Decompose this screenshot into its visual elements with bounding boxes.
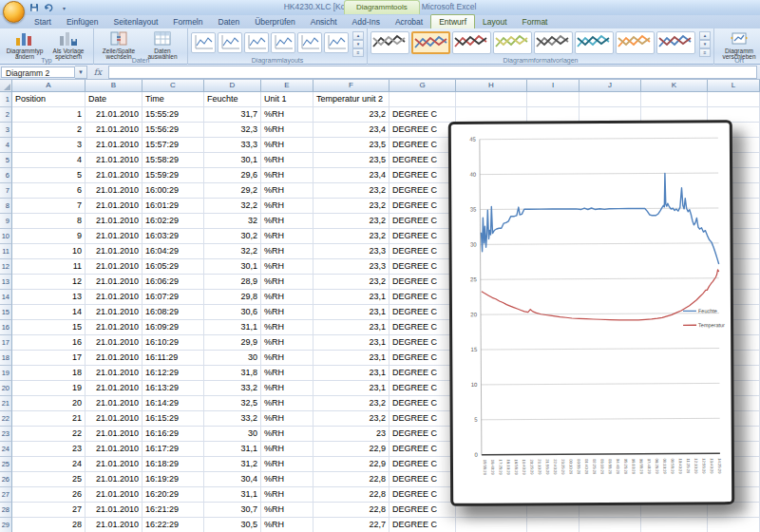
- cell[interactable]: 32,2: [204, 199, 261, 214]
- cell[interactable]: %RH: [261, 472, 314, 487]
- namebox-dropdown-icon[interactable]: ▼: [75, 66, 87, 79]
- cell[interactable]: 31,1: [204, 320, 261, 335]
- row-header-21[interactable]: 21: [0, 396, 12, 411]
- cell[interactable]: 32,5: [204, 396, 261, 411]
- cell[interactable]: 30: [204, 427, 261, 442]
- cell[interactable]: 29,9: [204, 335, 261, 351]
- cell[interactable]: 18: [12, 366, 86, 381]
- column-header-L[interactable]: L: [708, 80, 760, 92]
- tab-format[interactable]: Format: [515, 15, 556, 28]
- column-header-A[interactable]: A: [12, 80, 86, 92]
- row-header-10[interactable]: 10: [0, 229, 12, 244]
- formula-input[interactable]: [108, 66, 757, 79]
- chart-style-thumbnail[interactable]: [616, 31, 655, 54]
- row-header-13[interactable]: 13: [0, 275, 12, 290]
- cell[interactable]: DEGREE C: [390, 153, 456, 168]
- button-diagrammtyp-ändern[interactable]: Diagrammtyp ändern: [3, 29, 47, 55]
- cell[interactable]: 29,6: [204, 168, 261, 183]
- cell[interactable]: [641, 92, 708, 107]
- cell[interactable]: 31,1: [204, 442, 261, 457]
- cell[interactable]: %RH: [261, 183, 314, 199]
- cell[interactable]: [580, 92, 641, 107]
- cell[interactable]: 2: [12, 123, 86, 138]
- cell[interactable]: DEGREE C: [390, 503, 456, 518]
- cell[interactable]: 21.01.2010: [86, 518, 142, 532]
- cell[interactable]: 24: [12, 457, 86, 472]
- cell[interactable]: 23,2: [314, 396, 390, 411]
- cell[interactable]: [641, 518, 708, 532]
- cell[interactable]: 21.01.2010: [86, 229, 142, 244]
- cell[interactable]: %RH: [261, 411, 314, 427]
- cell[interactable]: DEGREE C: [390, 518, 456, 532]
- chart-style-thumbnail[interactable]: [493, 31, 532, 54]
- column-header-K[interactable]: K: [641, 80, 708, 92]
- cell[interactable]: 31,1: [204, 487, 261, 503]
- cell[interactable]: [527, 92, 580, 107]
- cell[interactable]: 21.01.2010: [86, 472, 142, 487]
- cell[interactable]: %RH: [261, 275, 314, 290]
- cell[interactable]: DEGREE C: [390, 320, 456, 335]
- cell[interactable]: 32: [204, 214, 261, 229]
- cell[interactable]: 16:19:29: [142, 472, 204, 487]
- cell[interactable]: %RH: [261, 366, 314, 381]
- cell[interactable]: 21.01.2010: [86, 351, 142, 366]
- cell[interactable]: 25: [12, 472, 86, 487]
- cell[interactable]: 15:57:29: [142, 138, 204, 153]
- button-diagramm-verschieben[interactable]: Diagramm verschieben: [717, 29, 760, 55]
- cell[interactable]: %RH: [261, 320, 314, 335]
- cell[interactable]: Temperatur unit 2: [314, 92, 390, 107]
- cell[interactable]: 21.01.2010: [86, 275, 142, 290]
- chart-layout-thumbnail[interactable]: [244, 32, 269, 53]
- cell[interactable]: DEGREE C: [390, 411, 456, 427]
- cell[interactable]: 21.01.2010: [86, 427, 142, 442]
- cell[interactable]: 1: [12, 107, 86, 123]
- row-header-5[interactable]: 5: [0, 153, 12, 168]
- tab-daten[interactable]: Daten: [211, 15, 248, 28]
- cell[interactable]: 23: [314, 427, 390, 442]
- cell[interactable]: 21.01.2010: [86, 214, 142, 229]
- cell[interactable]: 16:15:29: [142, 411, 204, 427]
- cell[interactable]: %RH: [261, 396, 314, 411]
- tab-start[interactable]: Start: [27, 15, 59, 28]
- cell[interactable]: 14: [12, 305, 86, 320]
- cell[interactable]: %RH: [261, 229, 314, 244]
- cell[interactable]: 15: [12, 320, 86, 335]
- row-header-11[interactable]: 11: [0, 244, 12, 259]
- cell[interactable]: %RH: [261, 168, 314, 183]
- cell[interactable]: 16:00:29: [142, 183, 204, 199]
- cell[interactable]: DEGREE C: [390, 183, 456, 199]
- cell[interactable]: 21.01.2010: [86, 320, 142, 335]
- cell[interactable]: 23,1: [314, 320, 390, 335]
- cell[interactable]: 16: [12, 335, 86, 351]
- cell[interactable]: [708, 92, 760, 107]
- row-header-4[interactable]: 4: [0, 138, 12, 153]
- cell[interactable]: DEGREE C: [390, 107, 456, 123]
- chart-style-thumbnail[interactable]: [534, 31, 573, 54]
- cell[interactable]: 17: [12, 351, 86, 366]
- cell[interactable]: 16:22:29: [142, 518, 204, 532]
- cell[interactable]: 23,1: [314, 381, 390, 396]
- row-header-25[interactable]: 25: [0, 457, 12, 472]
- cell[interactable]: 21.01.2010: [86, 381, 142, 396]
- chart-style-thumbnail[interactable]: [656, 31, 695, 54]
- cell[interactable]: 16:01:29: [142, 199, 204, 214]
- chart-layout-thumbnail[interactable]: [297, 32, 322, 53]
- cell[interactable]: %RH: [261, 244, 314, 259]
- column-header-C[interactable]: C: [142, 80, 204, 92]
- chart-layout-thumbnail[interactable]: [271, 32, 295, 53]
- cell[interactable]: 23,1: [314, 335, 390, 351]
- cell[interactable]: 21.01.2010: [86, 259, 142, 275]
- cell[interactable]: DEGREE C: [390, 381, 456, 396]
- cell[interactable]: DEGREE C: [390, 427, 456, 442]
- cell[interactable]: 30,1: [204, 259, 261, 275]
- cell[interactable]: 15:59:29: [142, 168, 204, 183]
- cell[interactable]: DEGREE C: [390, 335, 456, 351]
- cell[interactable]: 31,7: [204, 107, 261, 123]
- cell[interactable]: 21: [12, 411, 86, 427]
- chart-layout-thumbnail[interactable]: [191, 32, 216, 53]
- row-header-29[interactable]: 29: [0, 518, 12, 532]
- cell[interactable]: 23,2: [314, 107, 390, 123]
- chart-layout-thumbnail[interactable]: [218, 32, 242, 53]
- cell[interactable]: 21.01.2010: [86, 503, 142, 518]
- row-header-9[interactable]: 9: [0, 214, 12, 229]
